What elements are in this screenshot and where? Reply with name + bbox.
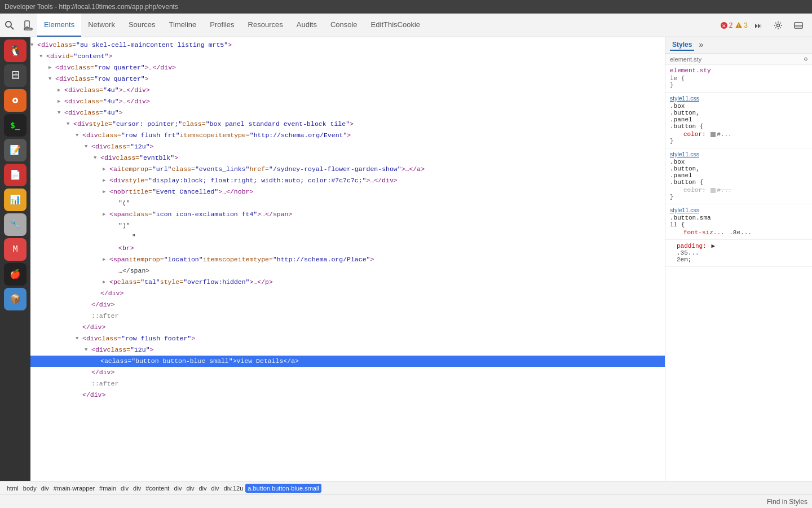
tab-elements[interactable]: Elements	[37, 14, 81, 37]
os-icon-6[interactable]: 📊	[4, 189, 27, 211]
dock-icon[interactable]	[789, 21, 807, 30]
dom-line-30[interactable]: </div>	[30, 367, 665, 378]
dom-line-21[interactable]: …</span>	[30, 265, 665, 277]
triangle-9[interactable]	[76, 130, 82, 141]
dom-line-9[interactable]: <div class="row flush frt" itemscope ite…	[30, 130, 665, 141]
tab-profiles[interactable]: Profiles	[203, 14, 241, 37]
dom-line-4[interactable]: <div class="row quarter">	[30, 73, 665, 85]
breadcrumb-content[interactable]: #content	[143, 484, 171, 493]
elements-panel[interactable]: <div class="8u skel-cell-mainContent lis…	[30, 37, 665, 481]
dom-line-14[interactable]: <nobr title="Event Cancelled">…</nobr>	[30, 186, 665, 198]
dom-line-32[interactable]: </div>	[30, 389, 665, 401]
breadcrumb-html[interactable]: html	[5, 484, 21, 493]
breadcrumb-div-4[interactable]: div	[171, 484, 184, 493]
breadcrumb-div-5[interactable]: div	[184, 484, 196, 493]
triangle-16[interactable]	[103, 209, 109, 220]
dom-line-25[interactable]: ::after	[30, 310, 665, 322]
styles-filter-input[interactable]	[670, 56, 804, 63]
device-icon[interactable]	[19, 14, 37, 37]
dom-line-20[interactable]: <span itemprop="location" itemscope item…	[30, 254, 665, 265]
os-icon-4[interactable]: 📝	[4, 139, 27, 161]
breadcrumb-body[interactable]: body	[21, 484, 39, 493]
dom-line-28[interactable]: <div class="12u">	[30, 344, 665, 356]
dom-line-12[interactable]: <a itemprop="url" class="events_links" h…	[30, 164, 665, 175]
triangle-12[interactable]	[103, 164, 109, 174]
dom-line-5[interactable]: <div class="4u">…</div>	[30, 85, 665, 96]
os-icon-8[interactable]: M	[4, 238, 27, 261]
triangle-5[interactable]	[58, 85, 64, 95]
os-icon-5[interactable]: 📄	[4, 164, 27, 186]
dom-line-selected[interactable]: <a class="button button-blue small">View…	[30, 356, 665, 367]
dom-line-27[interactable]: <div class="row flush footer">	[30, 333, 665, 344]
settings-icon[interactable]	[769, 21, 787, 30]
triangle-1[interactable]	[30, 40, 37, 50]
tab-sources[interactable]: Sources	[122, 14, 162, 37]
dom-line-11[interactable]: <div class="evntblk">	[30, 152, 665, 164]
dom-line-26[interactable]: </div>	[30, 322, 665, 333]
triangle-27[interactable]	[76, 334, 82, 344]
breadcrumb-div-3[interactable]: div	[131, 484, 143, 493]
styles-tab[interactable]: Styles	[670, 40, 694, 51]
triangle-3[interactable]	[48, 63, 55, 73]
dom-line-31[interactable]: ::after	[30, 378, 665, 389]
breadcrumb-a-button[interactable]: a.button.button-blue.small	[245, 484, 321, 493]
find-styles-label[interactable]: Find in Styles	[767, 498, 807, 506]
triangle-20[interactable]	[103, 255, 109, 265]
breadcrumb-div-1[interactable]: div	[39, 484, 51, 493]
os-icon-9[interactable]: 🍎	[4, 263, 27, 286]
resume-icon[interactable]: ⏭	[750, 21, 767, 30]
os-icon-terminal[interactable]: $_	[4, 114, 27, 137]
warning-badge[interactable]: ! 3	[735, 21, 748, 29]
dom-line-13[interactable]: <div style="display:block; float:right; …	[30, 175, 665, 186]
style-source-4[interactable]: style11.css	[670, 207, 807, 213]
dom-line-8[interactable]: <div style="cursor: pointer;" class="box…	[30, 119, 665, 130]
dom-line-1[interactable]: <div class="8u skel-cell-mainContent lis…	[30, 40, 665, 51]
gear-icon[interactable]: ⚙	[804, 55, 807, 63]
triangle-22[interactable]	[103, 277, 109, 287]
dom-line-23[interactable]: </div>	[30, 288, 665, 299]
os-icon-2[interactable]: 🖥	[4, 64, 27, 87]
dom-line-16[interactable]: <span class="icon icon-exclamation ft4">…	[30, 209, 665, 220]
tab-timeline[interactable]: Timeline	[162, 14, 204, 37]
dom-line-2[interactable]: <div id="content">	[30, 51, 665, 62]
os-icon-7[interactable]: 🔧	[4, 213, 27, 236]
os-icon-3[interactable]	[4, 89, 27, 112]
style-source-3[interactable]: style11.css	[670, 151, 807, 157]
triangle-6[interactable]	[58, 97, 64, 107]
tab-network[interactable]: Network	[81, 14, 122, 37]
tab-audits[interactable]: Audits	[290, 14, 324, 37]
dom-line-17[interactable]: ")"	[30, 220, 665, 231]
dom-line-18[interactable]: "	[30, 231, 665, 243]
dom-line-10[interactable]: <div class="12u">	[30, 141, 665, 152]
style-source-2[interactable]: style11.css	[670, 95, 807, 102]
triangle-2[interactable]	[39, 51, 46, 62]
breadcrumb-div-2[interactable]: div	[118, 484, 131, 493]
dom-line-24[interactable]: </div>	[30, 299, 665, 310]
tab-editthiscookie[interactable]: EditThisCookie	[364, 14, 427, 37]
dom-line-7[interactable]: <div class="4u">	[30, 107, 665, 119]
triangle-4[interactable]	[48, 74, 55, 84]
dom-line-22[interactable]: <p class="tal" style="overflow:hidden">……	[30, 277, 665, 288]
breadcrumb-div-7[interactable]: div	[209, 484, 222, 493]
triangle-28[interactable]	[85, 345, 91, 355]
triangle-7[interactable]	[58, 108, 64, 118]
triangle-13[interactable]	[103, 176, 109, 186]
triangle-14[interactable]	[103, 187, 109, 197]
breadcrumb-div-6[interactable]: div	[197, 484, 209, 493]
os-icon-10[interactable]: 📦	[4, 288, 27, 310]
inspect-icon[interactable]	[0, 14, 19, 37]
styles-more-btn[interactable]: »	[696, 41, 705, 50]
dom-line-19[interactable]: <br>	[30, 243, 665, 254]
breadcrumb-main[interactable]: #main	[97, 484, 118, 493]
error-badge[interactable]: ✕ 2	[720, 21, 733, 29]
dom-line-15[interactable]: "("	[30, 198, 665, 209]
tab-resources[interactable]: Resources	[241, 14, 290, 37]
breadcrumb-main-wrapper[interactable]: #main-wrapper	[51, 484, 97, 493]
triangle-10[interactable]	[85, 142, 91, 152]
tab-console[interactable]: Console	[324, 14, 364, 37]
triangle-11[interactable]	[94, 153, 100, 163]
os-icon-1[interactable]: 🐧	[4, 40, 27, 62]
breadcrumb-div-12u[interactable]: div.12u	[222, 484, 246, 493]
triangle-8[interactable]	[67, 119, 73, 129]
dom-line-6[interactable]: <div class="4u">…</div>	[30, 96, 665, 107]
